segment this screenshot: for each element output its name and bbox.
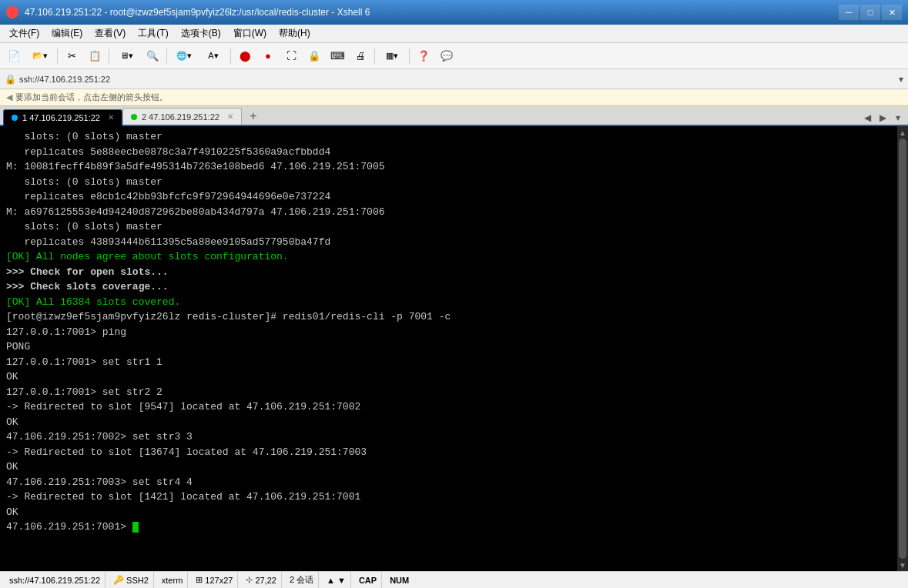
window-controls: ─ □ ✕	[839, 5, 902, 20]
menu-tools[interactable]: 工具(T)	[132, 25, 174, 42]
menu-edit[interactable]: 编辑(E)	[45, 25, 89, 42]
status-sessions: 2 会话	[285, 572, 319, 588]
address-dropdown-icon[interactable]: ▾	[899, 74, 903, 85]
close-button[interactable]: ✕	[882, 5, 902, 20]
toolbar-sep-5	[374, 48, 375, 64]
terminal-line: -> Redirected to slot [1421] located at …	[6, 489, 891, 505]
info-arrow-icon: ◀	[6, 92, 12, 102]
toolbar-sep-1	[57, 48, 58, 64]
menu-help[interactable]: 帮助(H)	[273, 25, 317, 42]
menu-view[interactable]: 查看(V)	[89, 25, 132, 42]
menu-window[interactable]: 窗口(W)	[227, 25, 273, 42]
tab-2-dot	[131, 114, 137, 120]
terminal-line: OK	[6, 459, 891, 475]
terminal-line: M: 10081fecff4b89f3a5dfe495314b7263e108b…	[6, 159, 891, 175]
toolbar-terminal-layout[interactable]: ▦▾	[378, 46, 406, 66]
scroll-thumb[interactable]	[899, 139, 906, 559]
address-text: ssh://47.106.219.251:22	[19, 75, 896, 84]
status-dimensions-text: 127x27	[205, 576, 233, 585]
terminal-line: slots: (0 slots) master	[6, 219, 891, 235]
terminal-line: replicates 5e88eecbe0878c3a7f4910225f536…	[6, 145, 891, 160]
address-bar: 🔒 ssh://47.106.219.251:22 ▾	[0, 69, 908, 89]
toolbar-open[interactable]: 📂▾	[26, 46, 54, 66]
status-dimensions-icon: ⊞	[196, 575, 203, 585]
maximize-button[interactable]: □	[860, 5, 880, 20]
status-encoding-text: xterm	[162, 576, 183, 585]
scroll-up-arrow[interactable]: ▲	[898, 128, 907, 137]
terminal-line: [OK] All nodes agree about slots configu…	[6, 249, 891, 265]
address-lock-icon: 🔒	[5, 74, 16, 85]
status-protocol: 🔑 SSH2	[109, 572, 154, 588]
tab-prev-button[interactable]: ◀	[860, 111, 874, 125]
toolbar-sep-4	[230, 48, 231, 64]
terminal-wrapper: slots: (0 slots) master replicates 5e88e…	[0, 126, 908, 571]
toolbar-sep-3	[166, 48, 167, 64]
toolbar-lock[interactable]: 🔒	[303, 46, 325, 66]
toolbar-sep-2	[109, 48, 109, 64]
terminal-line: OK	[6, 369, 891, 385]
tab-1-label: 1 47.106.219.251:22	[22, 113, 100, 122]
terminal-line: [root@izwz9ef5sjam9pvfyiz26lz redis-clus…	[6, 309, 891, 325]
status-encoding: xterm	[157, 572, 189, 588]
status-num: NUM	[385, 572, 414, 588]
toolbar-connect[interactable]: 🖥▾	[112, 46, 140, 66]
tab-1[interactable]: 1 47.106.219.251:22 ✕	[3, 109, 122, 126]
terminal-line: replicates 43893444b611395c5a88ee9105ad5…	[6, 235, 891, 250]
tab-2-close[interactable]: ✕	[227, 112, 233, 121]
tab-next-button[interactable]: ▶	[876, 111, 890, 125]
status-cap: CAP	[354, 572, 382, 588]
status-scroll-down-icon[interactable]: ▼	[337, 576, 346, 585]
terminal-line: 127.0.0.1:7001> ping	[6, 325, 891, 340]
terminal-cursor	[132, 522, 139, 533]
status-ssh: ssh://47.106.219.251:22	[5, 572, 106, 588]
menu-file[interactable]: 文件(F)	[3, 25, 45, 42]
status-position-icon: ⊹	[246, 575, 253, 585]
toolbar-cut[interactable]: ✂	[61, 46, 82, 66]
window-title: 47.106.219.251:22 - root@izwz9ef5sjam9pv…	[25, 7, 839, 18]
terminal-line: -> Redirected to slot [9547] located at …	[6, 399, 891, 415]
tab-navigation: ◀ ▶ ▾	[860, 111, 905, 125]
info-bar: ◀ 要添加当前会话，点击左侧的箭头按钮。	[0, 89, 908, 106]
toolbar-chat[interactable]: 💬	[436, 46, 457, 66]
terminal-line: 127.0.0.1:7001> set str1 1	[6, 355, 891, 370]
terminal-line: >>> Check for open slots...	[6, 265, 891, 280]
info-text: 要添加当前会话，点击左侧的箭头按钮。	[15, 92, 168, 103]
menu-tabs[interactable]: 选项卡(B)	[175, 25, 227, 42]
toolbar-search[interactable]: 🔍	[142, 46, 163, 66]
terminal[interactable]: slots: (0 slots) master replicates 5e88e…	[0, 126, 897, 571]
toolbar-print[interactable]: 🖨	[350, 46, 371, 66]
tab-1-close[interactable]: ✕	[108, 113, 114, 122]
toolbar-copy[interactable]: 📋	[84, 46, 106, 66]
status-scroll-up-icon[interactable]: ▲	[327, 576, 335, 585]
terminal-line: 47.106.219.251:7002> set str3 3	[6, 429, 891, 445]
terminal-line: PONG	[6, 339, 891, 355]
status-num-text: NUM	[390, 576, 409, 585]
scroll-down-arrow[interactable]: ▼	[898, 560, 907, 570]
status-protocol-icon: 🔑	[113, 575, 124, 585]
toolbar-keyboard[interactable]: ⌨	[327, 46, 348, 66]
terminal-scrollbar[interactable]: ▲ ▼	[897, 126, 908, 571]
tab-add-button[interactable]: +	[245, 108, 262, 125]
toolbar-font[interactable]: A▾	[199, 46, 227, 66]
terminal-line: slots: (0 slots) master	[6, 175, 891, 190]
status-ssh-text: ssh://47.106.219.251:22	[9, 576, 100, 585]
toolbar-record[interactable]: ●	[257, 46, 279, 66]
title-bar: 47.106.219.251:22 - root@izwz9ef5sjam9pv…	[0, 0, 908, 25]
status-position: ⊹ 27,22	[241, 572, 282, 588]
tab-2[interactable]: 2 47.106.219.251:22 ✕	[122, 108, 242, 125]
app-icon	[6, 6, 18, 18]
terminal-line: 47.106.219.251:7003> set str4 4	[6, 475, 891, 490]
terminal-line: 47.106.219.251:7001>	[6, 520, 891, 535]
tab-bar: 1 47.106.219.251:22 ✕ 2 47.106.219.251:2…	[0, 106, 908, 126]
toolbar-globe[interactable]: 🌐▾	[170, 46, 198, 66]
toolbar-fullscreen[interactable]: ⛶	[280, 46, 302, 66]
status-bar: ssh://47.106.219.251:22 🔑 SSH2 xterm ⊞ 1…	[0, 571, 908, 588]
tab-menu-button[interactable]: ▾	[891, 111, 905, 125]
terminal-line: [OK] All 16384 slots covered.	[6, 295, 891, 310]
toolbar-sep-6	[409, 48, 410, 64]
toolbar-new[interactable]: 📄	[3, 46, 25, 66]
toolbar-help[interactable]: ❓	[413, 46, 434, 66]
toolbar-stop[interactable]: ⬤	[234, 46, 256, 66]
terminal-line: M: a6976125553e4d94240d872962be80ab434d7…	[6, 205, 891, 220]
minimize-button[interactable]: ─	[839, 5, 859, 20]
